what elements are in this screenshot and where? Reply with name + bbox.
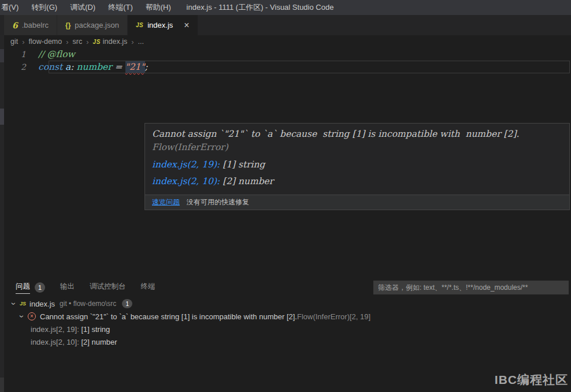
tooltip-links: index.js(2, 19): [1] string index.js(2, … — [145, 154, 569, 195]
error-source: Flow(InferError) — [297, 312, 350, 321]
panel-tab-debug-console[interactable]: 调试控制台 — [90, 282, 126, 294]
problems-file-name: index.js — [29, 300, 55, 308]
menu-item-goto[interactable]: 转到(G) — [25, 2, 64, 13]
menu-item-help[interactable]: 帮助(H) — [139, 2, 177, 13]
breadcrumb-item-flow-demo[interactable]: flow-demo — [29, 38, 62, 46]
tooltip-link-row: index.js(2, 19): [1] string — [152, 156, 562, 173]
title-bar: 看(V) 转到(G) 调试(D) 终端(T) 帮助(H) index.js - … — [0, 0, 571, 15]
panel-tab-output[interactable]: 输出 — [60, 282, 75, 294]
chevron-right-icon: › — [22, 38, 24, 46]
problems-count-badge: 1 — [35, 282, 45, 293]
breadcrumb-item-index-js[interactable]: JS index.js — [93, 38, 128, 46]
no-quickfix-label: 没有可用的快速修复 — [187, 197, 249, 207]
menu-item-debug[interactable]: 调试(D) — [64, 2, 102, 13]
js-icon: JS — [20, 301, 26, 307]
peek-problem-link[interactable]: 速览问题 — [152, 197, 180, 207]
breadcrumb-item-git[interactable]: git — [10, 38, 18, 46]
chevron-right-icon: › — [86, 38, 88, 46]
chevron-down-icon[interactable]: › — [9, 299, 18, 308]
breadcrumb: git › flow-demo › src › JS index.js › ..… — [0, 35, 571, 48]
error-hover-tooltip: Cannot assign `"21"` to `a` because stri… — [144, 123, 570, 210]
detail-location: index.js[2, 10]: — [31, 338, 79, 346]
code-token-const: const — [38, 61, 65, 73]
tooltip-status-bar: 速览问题 没有可用的快速修复 — [145, 195, 569, 210]
code-token-semicolon: ; — [145, 61, 148, 73]
tooltip-link-2-text: [2] number — [220, 176, 273, 186]
chevron-right-icon: › — [131, 38, 134, 46]
tab-label: .babelrc — [22, 21, 49, 29]
error-message: Cannot assign `"21"` to `a` because stri… — [40, 312, 297, 321]
breadcrumb-item-more[interactable]: ... — [138, 38, 144, 46]
tab-index-js[interactable]: JS index.js × — [128, 15, 198, 35]
detail-text: [1] string — [79, 325, 110, 334]
problems-tree: › JS index.js git • flow-demo\src 1 › × … — [0, 297, 571, 348]
code-line-2[interactable]: 2 const a : number = "21" ; — [0, 61, 571, 73]
sidebar-edge-selection — [0, 109, 4, 125]
problems-file-row[interactable]: › JS index.js git • flow-demo\src 1 — [0, 297, 571, 310]
js-icon: JS — [136, 22, 143, 28]
js-icon: JS — [93, 39, 101, 45]
chevron-right-icon: › — [66, 38, 68, 46]
code-editor[interactable]: 1 // @flow 2 const a : number = "21" ; C… — [0, 48, 571, 279]
code-token-type-number: number — [77, 61, 112, 73]
panel-tab-problems[interactable]: 问题 1 — [16, 282, 45, 294]
code-token-comment: // @flow — [38, 48, 75, 61]
tooltip-message: Cannot assign `"21"` to `a` because stri… — [152, 129, 522, 139]
code-line-1[interactable]: 1 // @flow — [0, 48, 571, 61]
code-token-var-a: a — [65, 61, 71, 73]
problems-file-path: git • flow-demo\src — [60, 300, 116, 308]
close-icon[interactable]: × — [184, 21, 189, 30]
menu-item-view[interactable]: 看(V) — [0, 2, 25, 13]
problems-filter-input[interactable] — [373, 281, 569, 294]
sidebar-edge — [0, 15, 4, 392]
window-title: index.js - 1111 (工作区) - Visual Studio Co… — [187, 2, 334, 13]
problems-detail-row[interactable]: index.js[2, 19]: [1] string — [0, 323, 571, 335]
tooltip-link-1-text: [1] string — [220, 159, 265, 170]
menu-bar: 看(V) 转到(G) 调试(D) 终端(T) 帮助(H) — [0, 2, 177, 13]
babel-icon: 6 — [12, 21, 18, 30]
tab-label: package.json — [75, 21, 119, 29]
panel-tab-terminal[interactable]: 终端 — [141, 282, 155, 294]
tooltip-message-row: Cannot assign `"21"` to `a` because stri… — [145, 124, 569, 154]
code-token-string-error[interactable]: "21" — [125, 61, 145, 73]
code-token-equals: = — [112, 61, 125, 73]
line-number: 1 — [0, 48, 38, 61]
sidebar-edge-highlight — [0, 49, 4, 62]
watermark: IBC编程社区 — [495, 372, 568, 388]
detail-text: [2] number — [79, 338, 117, 346]
sidebar-edge-footer — [0, 378, 4, 392]
error-position: [2, 19] — [350, 312, 370, 321]
editor-tab-bar: 6 .babelrc {} package.json JS index.js × — [0, 15, 571, 35]
problems-error-row[interactable]: › × Cannot assign `"21"` to `a` because … — [0, 310, 571, 323]
panel-tab-bar: 问题 1 输出 调试控制台 终端 — [0, 279, 571, 296]
tooltip-link-row: index.js(2, 10): [2] number — [152, 173, 562, 190]
bottom-panel: 问题 1 输出 调试控制台 终端 › JS index.js git • flo… — [0, 279, 571, 392]
tab-package-json[interactable]: {} package.json — [57, 15, 128, 35]
tooltip-link-1[interactable]: index.js(2, 19): — [152, 159, 220, 170]
tab-label: index.js — [147, 21, 173, 29]
problems-detail-row[interactable]: index.js[2, 10]: [2] number — [0, 335, 571, 348]
detail-location: index.js[2, 19]: — [31, 325, 79, 334]
json-icon: {} — [65, 21, 71, 29]
chevron-down-icon[interactable]: › — [17, 312, 27, 321]
tab-babelrc[interactable]: 6 .babelrc — [4, 15, 57, 35]
error-icon: × — [28, 312, 36, 320]
menu-item-terminal[interactable]: 终端(T) — [102, 2, 139, 13]
tooltip-error-source: Flow(InferError) — [152, 142, 228, 152]
file-problems-badge: 1 — [122, 299, 132, 308]
tooltip-link-2[interactable]: index.js(2, 10): — [152, 176, 220, 186]
line-number: 2 — [0, 61, 38, 73]
breadcrumb-item-src[interactable]: src — [73, 38, 83, 46]
code-token-colon: : — [71, 61, 76, 73]
